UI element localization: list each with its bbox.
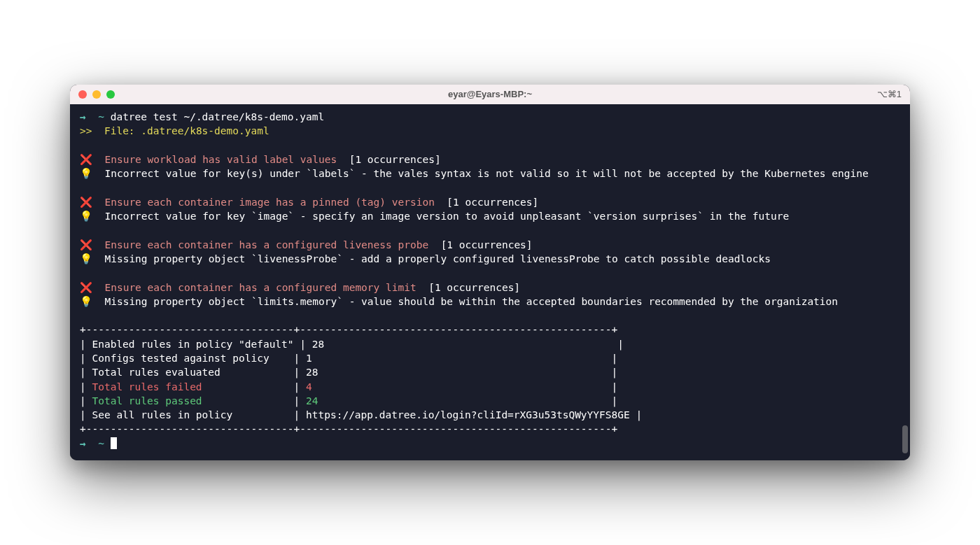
summary-row: | Configs tested against policy | 1 | xyxy=(80,351,900,365)
summary-row: | Enabled rules in policy "default" | 28… xyxy=(80,337,900,351)
summary-value: 4 xyxy=(306,381,606,392)
summary-label: Total rules passed xyxy=(92,395,287,406)
violation-rule: Ensure each container image has a pinned… xyxy=(104,197,434,208)
x-icon: ❌ xyxy=(80,197,92,208)
summary-divider: +----------------------------------+----… xyxy=(80,323,900,337)
blank-line xyxy=(80,309,900,323)
summary-label: See all rules in policy xyxy=(92,409,287,420)
traffic-lights xyxy=(78,90,115,99)
bulb-icon: 💡 xyxy=(80,168,92,179)
scrollbar-thumb[interactable] xyxy=(902,425,908,453)
window-title: eyar@Eyars-MBP:~ xyxy=(448,89,532,99)
prompt-line-final: → ~ xyxy=(80,437,900,451)
command-text: datree test ~/.datree/k8s-demo.yaml xyxy=(111,111,325,122)
violation-occurrences: [1 occurrences] xyxy=(441,239,533,250)
blank-line xyxy=(80,181,900,194)
minimize-icon[interactable] xyxy=(92,90,101,99)
violations-list: ❌ Ensure workload has valid label values… xyxy=(80,153,900,309)
violation-rule: Ensure each container has a configured m… xyxy=(104,282,416,293)
prompt-arrow-icon: → xyxy=(80,111,86,122)
summary-row: | Total rules failed | 4 | xyxy=(80,380,900,394)
violation-rule: Ensure each container has a configured l… xyxy=(104,239,428,250)
blank-line xyxy=(80,139,900,153)
terminal-body[interactable]: → ~ datree test ~/.datree/k8s-demo.yaml … xyxy=(70,104,910,460)
violation-occurrences: [1 occurrences] xyxy=(349,154,441,165)
terminal-window: eyar@Eyars-MBP:~ ⌥⌘1 → ~ datree test ~/.… xyxy=(70,85,910,460)
violation-rule-line: ❌ Ensure each container has a configured… xyxy=(80,281,900,295)
violation-detail: Incorrect value for key `image` - specif… xyxy=(104,211,789,222)
x-icon: ❌ xyxy=(80,282,92,293)
x-icon: ❌ xyxy=(80,154,92,165)
cursor xyxy=(111,437,117,449)
violation-occurrences: [1 occurrences] xyxy=(447,197,538,208)
violation-detail-line: 💡 Incorrect value for key(s) under `labe… xyxy=(80,167,900,181)
prompt-arrow-icon: → xyxy=(80,438,86,449)
file-prefix: >> xyxy=(80,125,92,136)
violation-detail: Incorrect value for key(s) under `labels… xyxy=(104,168,868,179)
summary-row: | Total rules passed | 24 | xyxy=(80,394,900,408)
violation-detail: Missing property object `limits.memory` … xyxy=(104,296,838,307)
summary-value: https://app.datree.io/login?cliId=rXG3u5… xyxy=(306,409,630,420)
bulb-icon: 💡 xyxy=(80,211,92,222)
summary-row: | See all rules in policy | https://app.… xyxy=(80,408,900,422)
file-line: >> File: .datree/k8s-demo.yaml xyxy=(80,124,900,138)
violation-detail-line: 💡 Incorrect value for key `image` - spec… xyxy=(80,209,900,223)
bulb-icon: 💡 xyxy=(80,253,92,264)
summary-label: Configs tested against policy xyxy=(92,353,287,364)
violation-rule-line: ❌ Ensure workload has valid label values… xyxy=(80,153,900,167)
close-icon[interactable] xyxy=(78,90,87,99)
titlebar: eyar@Eyars-MBP:~ ⌥⌘1 xyxy=(70,85,910,104)
summary-value: 1 xyxy=(306,353,606,364)
prompt-tilde: ~ xyxy=(98,111,104,122)
violation-detail-line: 💡 Missing property object `livenessProbe… xyxy=(80,252,900,266)
violation-detail-line: 💡 Missing property object `limits.memory… xyxy=(80,295,900,309)
violation-rule-line: ❌ Ensure each container image has a pinn… xyxy=(80,195,900,209)
summary-value: 28 xyxy=(312,339,612,350)
violation-rule: Ensure workload has valid label values xyxy=(104,154,337,165)
summary-row: | Total rules evaluated | 28 | xyxy=(80,365,900,379)
x-icon: ❌ xyxy=(80,239,92,250)
summary-label: Enabled rules in policy "default" xyxy=(92,339,293,350)
violation-detail: Missing property object `livenessProbe` … xyxy=(104,253,771,264)
violation-rule-line: ❌ Ensure each container has a configured… xyxy=(80,238,900,252)
violation-occurrences: [1 occurrences] xyxy=(428,282,520,293)
summary-label: Total rules failed xyxy=(92,381,287,392)
file-label: File: .datree/k8s-demo.yaml xyxy=(104,125,270,136)
bulb-icon: 💡 xyxy=(80,296,92,307)
summary-label: Total rules evaluated xyxy=(92,367,287,378)
blank-line xyxy=(80,266,900,280)
maximize-icon[interactable] xyxy=(106,90,115,99)
prompt-line: → ~ datree test ~/.datree/k8s-demo.yaml xyxy=(80,110,900,124)
summary-value: 28 xyxy=(306,367,606,378)
scrollbar[interactable] xyxy=(902,104,908,460)
window-shortcut: ⌥⌘1 xyxy=(877,89,902,99)
prompt-tilde: ~ xyxy=(98,438,104,449)
summary-table: +----------------------------------+----… xyxy=(80,323,900,436)
summary-divider: +----------------------------------+----… xyxy=(80,422,900,436)
blank-line xyxy=(80,223,900,237)
summary-value: 24 xyxy=(306,395,606,406)
